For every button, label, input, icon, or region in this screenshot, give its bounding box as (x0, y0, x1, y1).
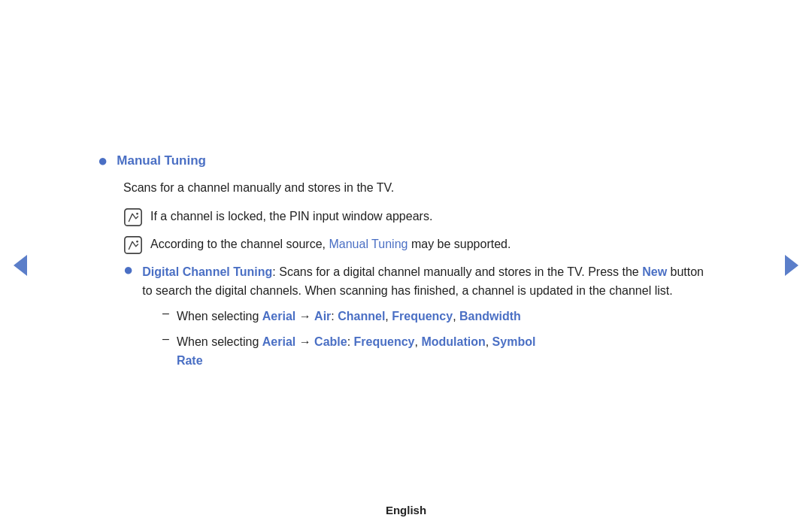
symbol-label: Symbol (492, 335, 536, 348)
new-label: New (642, 265, 667, 278)
dash-char-1: – (162, 307, 169, 320)
colon-1: : (331, 310, 338, 323)
bandwidth-label: Bandwidth (459, 310, 521, 323)
main-bullet-manual-tuning: ● Manual Tuning (98, 153, 714, 171)
nav-arrow-right[interactable] (785, 255, 798, 276)
rate-label: Rate (177, 354, 203, 367)
aerial-label-2: Aerial (262, 335, 295, 348)
colon-2: : (347, 335, 354, 348)
sub-bullet-digital-channel: ● Digital Channel Tuning: Scans for a di… (123, 262, 714, 301)
note-text-manual-tuning-supported: According to the channel source, Manual … (150, 235, 511, 254)
digital-channel-tuning-label: Digital Channel Tuning (142, 265, 272, 278)
comma2-2: , (486, 335, 492, 348)
footer-label: English (386, 504, 426, 516)
svg-point-1 (136, 213, 138, 215)
channel-label: Channel (338, 310, 385, 323)
frequency-label-2: Frequency (354, 335, 415, 348)
frequency-label-1: Frequency (392, 310, 453, 323)
sub-bullet-container: ● Digital Channel Tuning: Scans for a di… (123, 262, 714, 371)
manual-tuning-description: Scans for a channel manually and stores … (123, 178, 714, 198)
sub-bullet-text-part1: Scans for a digital channel manually and… (276, 265, 642, 278)
note-icon-2 (123, 235, 143, 255)
manual-tuning-link: Manual Tuning (329, 238, 408, 250)
sub-bullet-dot: ● (123, 260, 133, 280)
svg-rect-2 (125, 237, 141, 253)
arrow-2: → (295, 335, 314, 348)
svg-rect-0 (125, 209, 141, 226)
content-area: ● Manual Tuning Scans for a channel manu… (83, 123, 729, 407)
dash-text-air: When selecting Aerial → Air: Channel, Fr… (177, 307, 521, 326)
dash-item-air: – When selecting Aerial → Air: Channel, … (162, 307, 714, 326)
page-container: ● Manual Tuning Scans for a channel manu… (0, 0, 812, 530)
aerial-label-1: Aerial (262, 310, 295, 323)
modulation-label: Modulation (421, 335, 485, 348)
arrow-1: → (295, 310, 314, 323)
dash-item-cable: – When selecting Aerial → Cable: Frequen… (162, 332, 714, 371)
dash-text-cable: When selecting Aerial → Cable: Frequency… (177, 332, 535, 371)
note-item-pin: If a channel is locked, the PIN input wi… (123, 207, 714, 227)
note-icon-1 (123, 207, 143, 227)
air-label: Air (314, 310, 331, 323)
footer: English (0, 504, 812, 516)
main-bullet-dot: ● (98, 151, 108, 171)
svg-point-3 (136, 241, 138, 243)
sub-bullet-digital-text: Digital Channel Tuning: Scans for a digi… (142, 262, 714, 301)
comma2-1: , (453, 310, 459, 323)
dash-char-2: – (162, 332, 169, 346)
comma1-1: , (385, 310, 392, 323)
manual-tuning-label: Manual Tuning (117, 153, 206, 168)
nav-arrow-left[interactable] (14, 255, 27, 276)
note-item-manual-tuning-supported: According to the channel source, Manual … (123, 235, 714, 255)
cable-label: Cable (314, 335, 347, 348)
note-text-pin: If a channel is locked, the PIN input wi… (150, 207, 432, 226)
